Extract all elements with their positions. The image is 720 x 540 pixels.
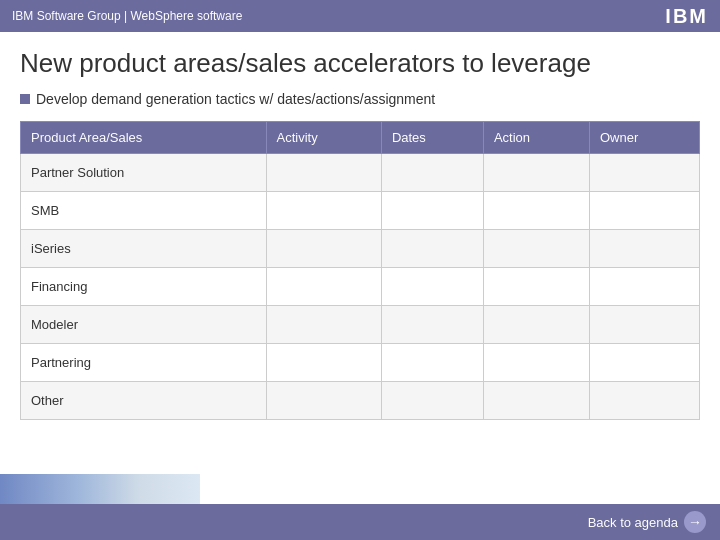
table-row: SMB [21,192,700,230]
col-header-action: Action [483,122,589,154]
dates-cell [381,192,483,230]
table-row: Partnering [21,344,700,382]
owner-cell [589,382,699,420]
table-row: iSeries [21,230,700,268]
table-row: Partner Solution [21,154,700,192]
product-cell: Modeler [21,306,267,344]
col-header-dates: Dates [381,122,483,154]
owner-cell [589,344,699,382]
dates-cell [381,382,483,420]
action-cell [483,344,589,382]
top-bar: IBM Software Group | WebSphere software … [0,0,720,32]
col-header-product: Product Area/Sales [21,122,267,154]
owner-cell [589,268,699,306]
subtitle-text: Develop demand generation tactics w/ dat… [36,91,435,107]
subtitle: Develop demand generation tactics w/ dat… [20,91,700,107]
main-content: New product areas/sales accelerators to … [0,32,720,430]
product-cell: Partnering [21,344,267,382]
action-cell [483,306,589,344]
product-cell: Partner Solution [21,154,267,192]
owner-cell [589,154,699,192]
dates-cell [381,344,483,382]
dates-cell [381,268,483,306]
table-row: Financing [21,268,700,306]
owner-cell [589,306,699,344]
page-title: New product areas/sales accelerators to … [20,48,700,79]
col-header-owner: Owner [589,122,699,154]
action-cell [483,154,589,192]
owner-cell [589,230,699,268]
table-row: Other [21,382,700,420]
table-row: Modeler [21,306,700,344]
bottom-decoration [0,474,200,504]
back-to-agenda-button[interactable]: Back to agenda → [588,511,706,533]
activity-cell [266,192,381,230]
product-cell: iSeries [21,230,267,268]
back-to-agenda-label: Back to agenda [588,515,678,530]
col-header-activity: Activity [266,122,381,154]
owner-cell [589,192,699,230]
arrow-right-icon: → [684,511,706,533]
action-cell [483,230,589,268]
dates-cell [381,230,483,268]
action-cell [483,192,589,230]
activity-cell [266,230,381,268]
bottom-bar: Back to agenda → [0,504,720,540]
main-table: Product Area/Sales Activity Dates Action… [20,121,700,420]
action-cell [483,268,589,306]
top-bar-title: IBM Software Group | WebSphere software [12,9,242,23]
product-cell: Financing [21,268,267,306]
dates-cell [381,154,483,192]
product-cell: SMB [21,192,267,230]
table-header-row: Product Area/Sales Activity Dates Action… [21,122,700,154]
subtitle-bullet-icon [20,94,30,104]
activity-cell [266,154,381,192]
product-cell: Other [21,382,267,420]
ibm-logo: IBM [665,5,708,28]
action-cell [483,382,589,420]
dates-cell [381,306,483,344]
activity-cell [266,344,381,382]
activity-cell [266,382,381,420]
activity-cell [266,306,381,344]
activity-cell [266,268,381,306]
